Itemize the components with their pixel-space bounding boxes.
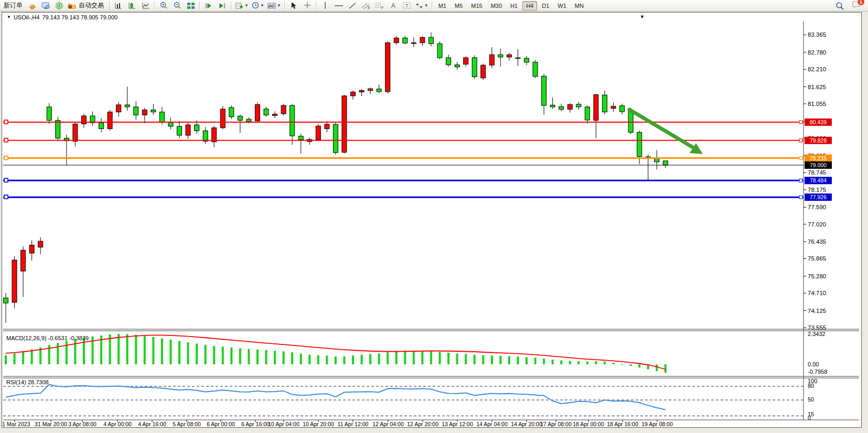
macd-histogram-bar bbox=[613, 363, 615, 364]
fibonacci-tool-icon[interactable]: F bbox=[373, 0, 387, 12]
zoom-out-icon[interactable] bbox=[170, 0, 184, 12]
price-axis-tick-label: 75.280 bbox=[808, 273, 826, 279]
time-axis-label: 14 Apr 04:00 bbox=[476, 421, 508, 427]
timeframe-H1[interactable]: H1 bbox=[507, 1, 521, 10]
chevron-down-icon: ▼ bbox=[260, 3, 264, 8]
candle-up bbox=[108, 110, 112, 131]
price-axis-tick-label: 82.210 bbox=[808, 66, 826, 72]
notification-badge: 1 bbox=[857, 0, 865, 6]
macd-histogram-bar bbox=[14, 353, 16, 364]
chart-shift-icon[interactable] bbox=[202, 0, 216, 12]
one-click-trading-arrow-icon[interactable]: ▼ bbox=[640, 14, 645, 19]
macd-histogram-bar bbox=[526, 357, 528, 364]
svg-text:E: E bbox=[368, 6, 370, 9]
horizontal-line-tool-icon[interactable] bbox=[332, 0, 346, 12]
macd-histogram-bar bbox=[317, 355, 319, 364]
price-tag-label: 78.484 bbox=[810, 177, 827, 183]
label-tool-icon[interactable]: T bbox=[400, 0, 414, 12]
macd-histogram-bar bbox=[630, 364, 632, 366]
chart-window: ▼ USOil-,H4 79.143 79.143 78.905 79.000 … bbox=[2, 12, 862, 428]
auto-scroll-icon[interactable] bbox=[216, 0, 229, 12]
new-chart-icon[interactable]: ▼ bbox=[233, 0, 250, 12]
time-axis-label: 5 Apr 08:00 bbox=[173, 421, 201, 427]
timeframe-M5[interactable]: M5 bbox=[451, 1, 466, 10]
line-anchor-handle[interactable] bbox=[4, 178, 8, 182]
new-order-button[interactable]: 新订单 bbox=[1, 0, 25, 12]
autotrading-label: 自动交易 bbox=[77, 1, 106, 10]
candle-down bbox=[56, 117, 60, 140]
macd-histogram-bar bbox=[265, 350, 267, 364]
price-axis-tick-label: 82.780 bbox=[808, 49, 826, 56]
bar-chart-type-icon[interactable] bbox=[112, 0, 125, 12]
price-axis-tick-label: 78.745 bbox=[808, 169, 826, 176]
macd-histogram-bar bbox=[144, 336, 146, 364]
macd-histogram-bar bbox=[230, 348, 232, 364]
candlestick-chart-type-icon[interactable] bbox=[125, 0, 139, 12]
chevron-down-icon: ▼ bbox=[277, 3, 281, 8]
candle-down bbox=[229, 105, 234, 119]
price-tag-label: 79.235 bbox=[810, 155, 827, 161]
line-axis-handle bbox=[799, 196, 802, 199]
timeframe-W1[interactable]: W1 bbox=[554, 1, 570, 10]
vertical-line-tool-icon[interactable] bbox=[318, 0, 332, 12]
macd-histogram-bar bbox=[196, 343, 198, 364]
timeframe-D1[interactable]: D1 bbox=[538, 1, 553, 10]
price-axis-tick-label: 77.020 bbox=[808, 221, 826, 228]
time-axis-label: 4 Apr 00:00 bbox=[103, 421, 132, 427]
timeframe-M15[interactable]: M15 bbox=[467, 1, 486, 10]
price-axis-tick-label: 81.625 bbox=[808, 84, 826, 90]
rsi-axis-label: 80 bbox=[808, 383, 814, 389]
line-anchor-handle[interactable] bbox=[4, 156, 8, 160]
svg-text:T: T bbox=[405, 3, 409, 8]
channel-tool-icon[interactable]: E bbox=[359, 0, 373, 12]
collapse-triangle-icon[interactable]: ▼ bbox=[7, 15, 11, 19]
time-axis-label: 4 Apr 16:00 bbox=[138, 421, 166, 427]
notifications-button[interactable]: 1 bbox=[852, 0, 862, 11]
price-axis-tick-label: 74.125 bbox=[808, 308, 826, 314]
timeframe-M30[interactable]: M30 bbox=[487, 1, 506, 10]
templates-icon[interactable]: ▼ bbox=[266, 0, 283, 12]
price-axis-tick-label: 75.865 bbox=[808, 255, 826, 262]
line-anchor-handle[interactable] bbox=[4, 138, 8, 142]
trendline-tool-icon[interactable] bbox=[346, 0, 359, 12]
macd-histogram-bar bbox=[74, 339, 76, 364]
candle-down bbox=[472, 55, 477, 78]
text-tool-icon[interactable]: A bbox=[387, 0, 400, 12]
macd-histogram-bar bbox=[117, 334, 120, 364]
chart-titlebar: ▼ USOil-,H4 79.143 79.143 78.905 79.000 … bbox=[2, 13, 861, 21]
tile-windows-icon[interactable] bbox=[184, 0, 198, 12]
price-axis-tick-label: 83.365 bbox=[808, 31, 826, 38]
line-chart-type-icon[interactable] bbox=[139, 0, 153, 12]
autotrading-button[interactable]: 自动交易 bbox=[66, 0, 108, 12]
periods-icon[interactable]: ▼ bbox=[250, 0, 266, 12]
macd-histogram-bar bbox=[482, 355, 484, 364]
gold-symbols-icon[interactable] bbox=[25, 0, 39, 12]
chart-plot[interactable]: MACD(12,26,9) -0.6531 -0.3839RSI(14) 28.… bbox=[2, 21, 861, 428]
macd-histogram-bar bbox=[595, 361, 597, 364]
arrows-tool-icon[interactable]: ▼ bbox=[414, 0, 430, 12]
search-icon[interactable] bbox=[833, 0, 846, 12]
price-axis-tick-label: 73.555 bbox=[808, 324, 826, 331]
macd-axis-label: -0.7958 bbox=[808, 369, 827, 375]
macd-histogram-bar bbox=[534, 358, 537, 364]
macd-histogram-bar bbox=[274, 351, 276, 364]
zoom-in-icon[interactable] bbox=[157, 0, 170, 12]
macd-histogram-bar bbox=[152, 337, 154, 364]
macd-histogram-bar bbox=[205, 345, 207, 364]
macd-histogram-bar bbox=[326, 355, 328, 364]
timeframe-MN[interactable]: MN bbox=[571, 1, 587, 10]
timeframe-M1[interactable]: M1 bbox=[435, 1, 450, 10]
timeframe-H4[interactable]: H4 bbox=[522, 1, 537, 10]
terminal-icon[interactable] bbox=[39, 0, 52, 12]
cursor-icon[interactable] bbox=[287, 0, 301, 12]
main-toolbar: 新订单 自动交易 ▼ ▼ ▼ E F A T ▼ M1M5M15M30H1H4D… bbox=[0, 0, 868, 12]
macd-histogram-bar bbox=[508, 356, 510, 364]
line-anchor-handle[interactable] bbox=[4, 195, 8, 199]
crosshair-icon[interactable] bbox=[301, 0, 314, 12]
line-anchor-handle[interactable] bbox=[4, 120, 8, 124]
macd-histogram-bar bbox=[430, 351, 432, 364]
toolbar-separator bbox=[432, 2, 433, 10]
price-tag-label: 80.439 bbox=[810, 119, 827, 125]
signals-icon[interactable] bbox=[52, 0, 66, 12]
macd-histogram-bar bbox=[22, 351, 24, 364]
